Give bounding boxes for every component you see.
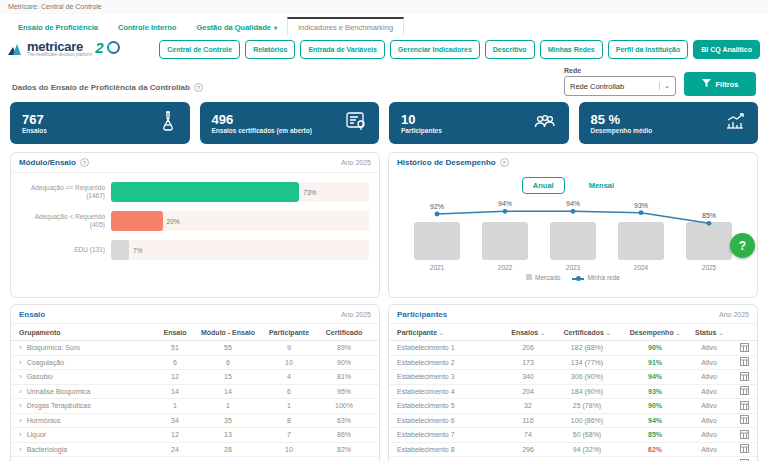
table-row[interactable]: ›Hormônios3435863% bbox=[11, 414, 379, 429]
table-row[interactable]: Estabelecimento 9188173 (92%)94%Ativo bbox=[389, 457, 757, 461]
svg-text:94%: 94% bbox=[566, 200, 580, 207]
table-row[interactable]: Estabelecimento 6116100 (86%)94%Ativo bbox=[389, 414, 757, 429]
sort-icon: ⌄ bbox=[718, 330, 723, 336]
participantes-table: Participantes Ano 2025 Participante⌄ Ens… bbox=[388, 304, 758, 461]
relatorios-button[interactable]: Relatórios bbox=[245, 40, 295, 59]
table-row[interactable]: ›Bacteriologia24281082% bbox=[11, 443, 379, 458]
bar-adequacao-menor: Adequação < Requerido (405) 20% bbox=[21, 211, 369, 231]
flask-icon bbox=[158, 110, 178, 136]
tab-controle-interno[interactable]: Controle Interno bbox=[108, 19, 186, 36]
subheader: Dados do Ensaio de Proficiência da Contr… bbox=[0, 65, 768, 102]
table-row[interactable]: Estabelecimento 53225 (78%)90%Ativo bbox=[389, 399, 757, 414]
details-grid-icon[interactable] bbox=[740, 401, 749, 411]
stat-card-participantes: 10Participantes bbox=[389, 102, 569, 144]
logo-mark-icon bbox=[8, 41, 24, 59]
sort-status[interactable]: Status⌄ bbox=[687, 329, 731, 336]
descritivo-button[interactable]: Descritivo bbox=[485, 40, 535, 59]
sort-icon: ⌄ bbox=[676, 330, 681, 336]
historico-desempenho-panel: Histórico de Desempenho ? Anual Mensal 9… bbox=[388, 152, 758, 298]
sort-icon: ⌄ bbox=[540, 330, 545, 336]
table-row[interactable]: Estabelecimento 1206182 (88%)90%Ativo bbox=[389, 341, 757, 356]
table-row[interactable]: ›Hematologia24331066% bbox=[11, 457, 379, 461]
details-grid-icon[interactable] bbox=[740, 415, 749, 425]
bar-adequacao-maior: Adequação >= Requerido (1467) 73% bbox=[21, 182, 369, 202]
ensaio-table-title: Ensaio bbox=[19, 310, 45, 319]
participantes-table-title: Participantes bbox=[397, 310, 447, 319]
details-grid-icon[interactable] bbox=[740, 444, 749, 454]
historico-chart: 92%94%94%93%85% 2021 2022 2023 2024 2025… bbox=[403, 196, 743, 281]
chevron-right-icon: › bbox=[19, 343, 22, 352]
logo-tagline: The healthcare decision platform bbox=[27, 52, 92, 57]
chevron-right-icon: › bbox=[19, 416, 22, 425]
ensaio-table: Ensaio Ano 2025 Grupamento Ensaio Módulo… bbox=[10, 304, 380, 461]
certificate-icon bbox=[345, 111, 367, 135]
svg-text:93%: 93% bbox=[634, 202, 648, 209]
sort-icon: ⌄ bbox=[439, 330, 444, 336]
brand-logo: metricare The healthcare decision platfo… bbox=[8, 41, 120, 59]
chevron-right-icon: › bbox=[19, 358, 22, 367]
window-title: Metricare: Central de Controle bbox=[0, 0, 768, 14]
table-row[interactable]: ›Gasobio1215481% bbox=[11, 370, 379, 385]
modulo-panel-title: Módulo/Ensaio bbox=[19, 158, 76, 167]
historico-chart-svg: 92%94%94%93%85% bbox=[403, 196, 743, 260]
central-de-controle-button[interactable]: Central de Controle bbox=[159, 40, 240, 59]
anniversary-ring-icon bbox=[107, 41, 120, 54]
caret-down-icon: ▾ bbox=[274, 24, 277, 31]
svg-text:94%: 94% bbox=[498, 200, 512, 207]
help-fab-button[interactable]: ? bbox=[730, 233, 755, 258]
stat-card-ensaios: 767Ensaios bbox=[10, 102, 190, 144]
table-row[interactable]: Estabelecimento 4204184 (90%)93%Ativo bbox=[389, 385, 757, 400]
tab-indicadores-e-benchmarking[interactable]: Indicadores e Benchmarking bbox=[287, 17, 404, 36]
table-row[interactable]: Estabelecimento 3340306 (90%)94%Ativo bbox=[389, 370, 757, 385]
mensal-toggle-button[interactable]: Mensal bbox=[579, 177, 624, 194]
help-icon[interactable]: ? bbox=[500, 158, 509, 167]
stat-card-certificados: 496Ensaios certificados (em aberto) bbox=[200, 102, 380, 144]
details-grid-icon[interactable] bbox=[740, 343, 749, 353]
table-row[interactable]: Estabelecimento 77450 (68%)85%Ativo bbox=[389, 428, 757, 443]
participantes-table-header: Participante⌄ Ensaios⌄ Certificados⌄ Des… bbox=[389, 324, 757, 341]
table-row[interactable]: ›Bioquímica: Soro5155989% bbox=[11, 341, 379, 356]
stat-card-desempenho: 85 %Desempenho médio bbox=[579, 102, 759, 144]
tab-ensaio-de-proficiencia[interactable]: Ensaio de Proficiência bbox=[8, 19, 108, 36]
minhas-redes-button[interactable]: Minhas Redes bbox=[540, 40, 603, 59]
bar-edu: EDU (131) 7% bbox=[21, 240, 369, 260]
main-tabs: Ensaio de Proficiência Controle Interno … bbox=[0, 14, 768, 36]
anual-toggle-button[interactable]: Anual bbox=[522, 177, 565, 194]
bi-cq-analitico-button[interactable]: BI CQ Analítico bbox=[693, 40, 760, 59]
tab-gestao-da-qualidade[interactable]: Gestão da Qualidade▾ bbox=[186, 19, 287, 36]
chart-x-axis: 2021 2022 2023 2024 2025 bbox=[403, 264, 743, 271]
rede-select[interactable]: Rede Controllab ⌄ bbox=[564, 76, 676, 96]
filtros-button[interactable]: Filtros bbox=[684, 72, 756, 96]
chart-legend: Mercado Minha rede bbox=[403, 274, 743, 281]
chevron-right-icon: › bbox=[19, 445, 22, 454]
sort-ensaios[interactable]: Ensaios⌄ bbox=[505, 329, 551, 336]
mercado-legend-swatch bbox=[526, 274, 532, 280]
gerenciar-indicadores-button[interactable]: Gerenciar Indicadores bbox=[390, 40, 480, 59]
table-row[interactable]: Estabelecimento 829694 (32%)62%Ativo bbox=[389, 443, 757, 458]
logo-name: metricare bbox=[27, 41, 92, 52]
sort-desempenho[interactable]: Desempenho⌄ bbox=[623, 329, 687, 336]
table-row[interactable]: Estabelecimento 2173134 (77%)91%Ativo bbox=[389, 356, 757, 371]
historico-panel-title: Histórico de Desempenho bbox=[397, 158, 496, 167]
ensaio-year-label: Ano 2025 bbox=[341, 311, 371, 318]
help-icon[interactable]: ? bbox=[80, 158, 89, 167]
entrada-de-variaveis-button[interactable]: Entrada de Variáveis bbox=[300, 40, 384, 59]
table-row[interactable]: ›Liquor1213786% bbox=[11, 428, 379, 443]
table-row[interactable]: ›Coagulação661090% bbox=[11, 356, 379, 371]
table-row[interactable]: ›Urinálise Bioquímica1414695% bbox=[11, 385, 379, 400]
svg-text:85%: 85% bbox=[702, 212, 716, 219]
details-grid-icon[interactable] bbox=[740, 430, 749, 440]
details-grid-icon[interactable] bbox=[740, 357, 749, 367]
perfil-da-instituicao-button[interactable]: Perfil da Instituição bbox=[608, 40, 689, 59]
participants-icon bbox=[533, 112, 557, 134]
modulo-ensaio-panel: Módulo/Ensaio ? Ano 2025 Adequação >= Re… bbox=[10, 152, 380, 298]
details-grid-icon[interactable] bbox=[740, 386, 749, 396]
table-row[interactable]: ›Drogas Terapêuticas111100% bbox=[11, 399, 379, 414]
details-grid-icon[interactable] bbox=[740, 372, 749, 382]
sort-participante[interactable]: Participante⌄ bbox=[397, 329, 505, 336]
chevron-right-icon: › bbox=[19, 387, 22, 396]
sort-certificados[interactable]: Certificados⌄ bbox=[551, 329, 623, 336]
help-icon[interactable]: ? bbox=[194, 83, 203, 92]
sort-icon: ⌄ bbox=[606, 330, 611, 336]
chevron-right-icon: › bbox=[19, 401, 22, 410]
